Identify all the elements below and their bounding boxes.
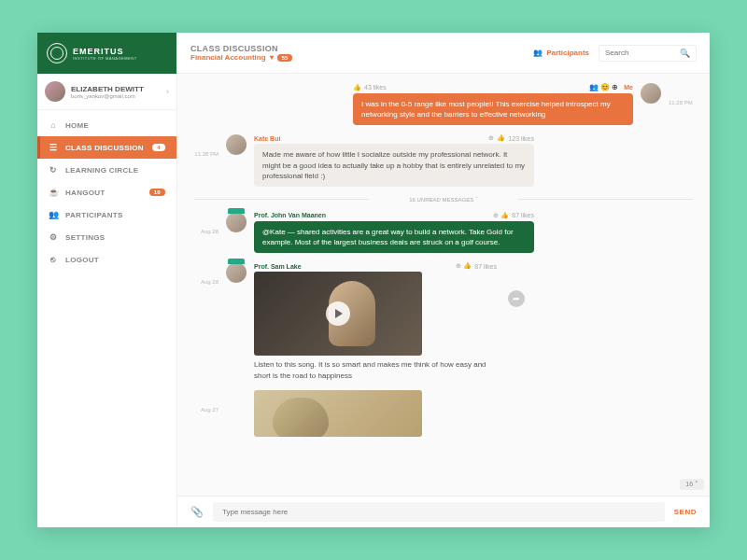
topbar: CLASS DISCUSSION Financial Accounting ▾ … (177, 33, 710, 74)
video-attachment[interactable] (254, 272, 422, 356)
message-professor: Aug 28 Prof. Sam Lake ⊕ 👍 87 likes ➦ Lis… (194, 262, 693, 380)
nav-settings[interactable]: ⚙SETTINGS (37, 226, 176, 248)
pager-badge[interactable]: 16 ˅ (680, 479, 704, 490)
message-author: Me (624, 84, 633, 91)
message-date: Aug 27 (194, 407, 218, 413)
image-attachment[interactable] (254, 390, 422, 437)
message-input[interactable] (213, 502, 665, 522)
like-count[interactable]: ⊕ 👍 87 likes (456, 262, 497, 270)
course-selector[interactable]: Financial Accounting ▾ 55 (190, 53, 524, 62)
nav-logout[interactable]: ⎋LOGOUT (37, 248, 176, 271)
message-bubble: I was in the 0-5 range like most people!… (353, 93, 633, 125)
avatar (641, 83, 661, 104)
like-count[interactable]: ⊕ 👍 87 likes (493, 212, 534, 219)
message-time: 11:28 PM (194, 151, 218, 157)
participants-icon: 👥 (533, 49, 543, 57)
nav-learning-circle[interactable]: ↻LEARNING CIRCLE (37, 159, 176, 181)
nav-home[interactable]: ⌂HOME (37, 114, 176, 136)
message-mine: 11:28 PM Me 👥 😊 ⊕ 👍 43 likes I was in th… (194, 83, 693, 125)
user-name: ELIZABETH DEWITT (71, 85, 161, 93)
unread-divider: 16 UNREAD MESSAGES ˅ (194, 196, 693, 203)
chevron-right-icon: › (166, 87, 169, 96)
app-window: EMERITUS INSTITUTE OF MANAGEMENT ELIZABE… (37, 33, 710, 527)
reaction-icon[interactable]: 👥 😊 ⊕ (589, 83, 618, 91)
search-icon: 🔍 (680, 49, 690, 58)
brand-subtitle: INSTITUTE OF MANAGEMENT (73, 56, 137, 61)
play-icon (326, 301, 350, 326)
avatar-professor (226, 212, 247, 232)
user-email: boris_yankov@gmail.com (71, 93, 161, 99)
message: Aug 27 (194, 390, 693, 437)
message-time: 11:28 PM (669, 100, 693, 105)
search-input[interactable] (605, 49, 680, 57)
discussion-badge: 4 (152, 144, 165, 151)
chevron-down-icon: ▾ (270, 53, 274, 62)
course-count: 55 (277, 54, 293, 62)
participants-button[interactable]: 👥 Participants (533, 49, 589, 57)
nav-menu: ⌂HOME ☰CLASS DISCUSSION4 ↻LEARNING CIRCL… (37, 110, 176, 274)
message-date: Aug 28 (194, 229, 218, 234)
nav-class-discussion[interactable]: ☰CLASS DISCUSSION4 (37, 136, 176, 159)
nav-participants[interactable]: 👥PARTICIPANTS (37, 203, 176, 226)
page-title: CLASS DISCUSSION (190, 44, 524, 53)
message-date: Aug 28 (194, 279, 218, 285)
attachment-icon[interactable]: 📎 (190, 506, 204, 518)
message-author: Kate Bui (254, 135, 280, 142)
hangout-icon: ☕ (49, 188, 58, 197)
like-count[interactable]: ⊕ 👍 123 likes (488, 134, 534, 142)
nav-hangout[interactable]: ☕HANGOUT10 (37, 181, 176, 203)
message-professor: Aug 28 Prof. John Van Maanen ⊕ 👍 87 like… (194, 212, 693, 253)
discussion-icon: ☰ (49, 143, 58, 152)
message-caption: Listen to this song. It is so smart and … (254, 359, 497, 380)
brand-name: EMERITUS (73, 47, 137, 56)
people-icon: 👥 (49, 210, 58, 219)
avatar (226, 134, 247, 155)
gear-icon: ⚙ (49, 232, 58, 242)
brand-header: EMERITUS INSTITUTE OF MANAGEMENT (37, 33, 176, 74)
share-button[interactable]: ➦ (508, 290, 525, 307)
user-avatar (45, 81, 65, 102)
refresh-icon: ↻ (49, 165, 58, 175)
compose-bar: 📎 SEND (177, 496, 710, 527)
message-bubble: @Kate — shared activities are a great wa… (254, 221, 534, 253)
message: 11:28 PM Kate Bui ⊕ 👍 123 likes Made me … (194, 134, 693, 187)
sidebar: EMERITUS INSTITUTE OF MANAGEMENT ELIZABE… (37, 33, 177, 527)
avatar-professor (226, 262, 247, 283)
brand-seal-icon (47, 43, 67, 63)
logout-icon: ⎋ (49, 255, 58, 264)
like-count[interactable]: 👍 43 likes (353, 84, 387, 91)
message-feed[interactable]: 11:28 PM Me 👥 😊 ⊕ 👍 43 likes I was in th… (177, 74, 710, 496)
main-panel: CLASS DISCUSSION Financial Accounting ▾ … (177, 33, 710, 527)
hangout-badge: 10 (149, 189, 165, 196)
message-author: Prof. Sam Lake (254, 263, 302, 270)
search-box[interactable]: 🔍 (599, 45, 697, 62)
home-icon: ⌂ (49, 120, 58, 130)
message-bubble: Made me aware of how little I socialize … (254, 144, 534, 187)
user-profile[interactable]: ELIZABETH DEWITT boris_yankov@gmail.com … (37, 74, 176, 110)
message-author: Prof. John Van Maanen (254, 212, 326, 218)
send-button[interactable]: SEND (674, 508, 697, 516)
